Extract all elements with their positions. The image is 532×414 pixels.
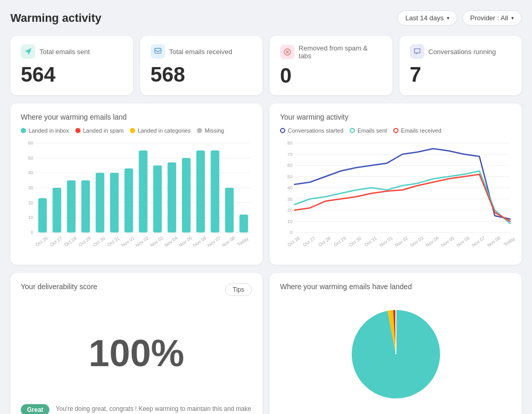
legend-inbox-dot: [21, 128, 26, 133]
svg-text:Oct 26: Oct 26: [34, 236, 48, 248]
spam-icon: [280, 45, 295, 59]
page-title: Warming activity: [10, 11, 101, 25]
svg-text:70: 70: [287, 152, 292, 157]
score-message: You're doing great, congrats ! Keep warm…: [56, 404, 252, 414]
svg-text:Nov 07: Nov 07: [471, 235, 486, 248]
svg-text:50: 50: [287, 174, 292, 179]
svg-text:Today: Today: [236, 236, 250, 247]
stat-header: Total emails received: [151, 44, 252, 59]
stat-value-conversations: 7: [410, 63, 512, 86]
stat-header: Total emails sent: [21, 44, 123, 59]
legend-emails-received-circle: [393, 128, 398, 133]
stat-card-conversations: Conversations running 7: [400, 36, 522, 95]
svg-text:30: 30: [28, 185, 33, 190]
svg-text:Nov 06: Nov 06: [192, 235, 207, 248]
legend-conversations-started: Conversations started: [280, 127, 343, 134]
svg-rect-38: [196, 150, 205, 232]
chevron-down-icon: ▾: [511, 15, 514, 21]
svg-text:Nov 06: Nov 06: [456, 235, 471, 248]
line-chart-title: Your warming activity: [280, 113, 511, 121]
line-chart-svg: 01020304050607080Oct 26Oct 27Oct 28Oct 2…: [280, 139, 511, 253]
legend-categories: Landed in categories: [130, 127, 191, 134]
svg-text:Nov 04: Nov 04: [164, 235, 179, 248]
svg-text:20: 20: [287, 208, 292, 213]
svg-text:Nov 05: Nov 05: [178, 235, 193, 248]
svg-text:Nov 05: Nov 05: [440, 235, 455, 248]
pie-chart-card: Where your warming emails have landed La…: [270, 273, 522, 414]
svg-text:Oct 28: Oct 28: [63, 236, 77, 248]
score-title: Your deliverability score: [21, 282, 97, 291]
stat-value-received: 568: [151, 63, 252, 86]
received-icon: [151, 44, 165, 59]
legend-emails-received: Emails received: [393, 127, 442, 134]
svg-text:10: 10: [28, 215, 33, 220]
legend-spam-dot: [75, 128, 81, 133]
svg-rect-34: [168, 162, 177, 232]
score-footer: Great You're doing great, congrats ! Kee…: [21, 404, 252, 414]
stats-row: Total emails sent 564 Total emails recei…: [10, 36, 522, 95]
svg-text:Nov 02: Nov 02: [135, 235, 150, 248]
svg-text:Nov 04: Nov 04: [425, 235, 440, 248]
bar-chart-card: Where your warming emails land Landed in…: [10, 104, 262, 265]
svg-text:Nov 03: Nov 03: [149, 235, 164, 248]
legend-missing: Missing: [197, 127, 224, 134]
svg-rect-20: [67, 180, 76, 232]
svg-text:Oct 31: Oct 31: [107, 236, 121, 248]
svg-text:Oct 30: Oct 30: [348, 236, 362, 248]
bottom-row: Your deliverability score Tips 100% Grea…: [10, 273, 522, 414]
bar-chart-legend: Landed in inbox Landed in spam Landed in…: [21, 127, 252, 134]
svg-rect-22: [82, 180, 90, 232]
svg-text:40: 40: [28, 170, 33, 175]
svg-text:Oct 27: Oct 27: [302, 236, 316, 248]
svg-text:Oct 31: Oct 31: [364, 236, 378, 248]
line-chart-card: Your warming activity Conversations star…: [270, 104, 522, 265]
legend-emails-sent: Emails sent: [350, 127, 387, 134]
legend-inbox: Landed in inbox: [21, 127, 69, 134]
svg-text:Oct 27: Oct 27: [49, 236, 63, 248]
svg-text:Nov 08: Nov 08: [486, 235, 501, 248]
svg-text:30: 30: [287, 197, 292, 202]
pie-svg: [344, 302, 448, 406]
stat-card-sent: Total emails sent 564: [10, 36, 133, 95]
svg-rect-24: [96, 173, 104, 232]
svg-rect-16: [38, 198, 47, 232]
svg-rect-40: [211, 150, 220, 232]
great-badge: Great: [21, 404, 49, 414]
legend-spam: Landed in spam: [75, 127, 124, 134]
svg-text:Nov 07: Nov 07: [207, 235, 222, 248]
svg-text:Nov 02: Nov 02: [394, 235, 409, 248]
svg-text:Nov 01: Nov 01: [379, 235, 394, 248]
date-filter-button[interactable]: Last 14 days ▾: [397, 10, 457, 25]
chevron-down-icon: ▾: [447, 15, 449, 21]
svg-rect-26: [110, 173, 119, 232]
svg-rect-44: [240, 215, 248, 232]
svg-text:Oct 29: Oct 29: [77, 236, 91, 248]
legend-missing-dot: [197, 128, 202, 133]
svg-text:20: 20: [28, 200, 33, 205]
sent-icon: [21, 44, 35, 59]
score-card-header: Your deliverability score Tips: [21, 282, 252, 297]
stat-header: Conversations running: [410, 44, 512, 59]
tips-button[interactable]: Tips: [225, 283, 252, 296]
svg-text:60: 60: [28, 140, 33, 146]
stat-header: Removed from spam & tabs: [280, 44, 382, 60]
provider-filter-button[interactable]: Provider : All ▾: [462, 10, 522, 25]
svg-rect-18: [52, 188, 61, 232]
svg-rect-30: [139, 150, 148, 232]
stat-card-received: Total emails received 568: [140, 36, 263, 95]
svg-rect-32: [153, 165, 162, 232]
legend-conversations-circle: [280, 128, 285, 133]
svg-text:Nov 08: Nov 08: [221, 235, 236, 248]
stat-value-spam: 0: [280, 64, 382, 87]
svg-text:Nov 01: Nov 01: [121, 235, 136, 248]
deliverability-score-card: Your deliverability score Tips 100% Grea…: [10, 273, 262, 414]
svg-text:80: 80: [287, 140, 292, 146]
svg-text:Today: Today: [503, 236, 516, 247]
svg-text:40: 40: [287, 185, 292, 190]
bar-chart-title: Where your warming emails land: [21, 113, 252, 121]
svg-text:Oct 29: Oct 29: [332, 236, 347, 248]
line-chart-legend: Conversations started Emails sent Emails…: [280, 127, 511, 134]
svg-text:0: 0: [290, 230, 292, 235]
svg-text:60: 60: [287, 163, 292, 168]
bar-chart-svg: 0102030405060Oct 26Oct 27Oct 28Oct 29Oct…: [21, 139, 252, 253]
